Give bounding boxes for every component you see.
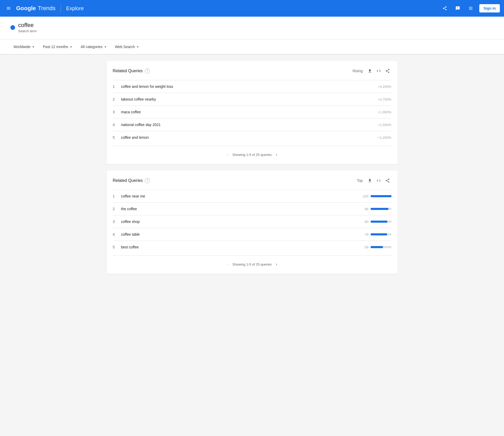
- bar-fill: [371, 233, 387, 235]
- query-text: coffee shop: [121, 220, 352, 224]
- query-row[interactable]: 4 coffee table 79: [113, 228, 391, 241]
- query-value: 86: [361, 207, 369, 211]
- search-type-dropdown-arrow: ▼: [136, 45, 139, 48]
- query-text: coffee and lemon: [121, 135, 374, 140]
- query-value: +1,900%: [378, 110, 391, 114]
- top-share-button[interactable]: [384, 177, 391, 184]
- query-row[interactable]: 1 coffee and lemon for weight loss +4,20…: [113, 80, 391, 93]
- rising-query-list: 1 coffee and lemon for weight loss +4,20…: [113, 80, 391, 144]
- rising-card-actions: Rising: [353, 67, 391, 75]
- query-rank: 4: [113, 232, 121, 236]
- rising-next-button[interactable]: ›: [274, 151, 279, 158]
- search-type-filter[interactable]: Web Search ▼: [112, 43, 142, 51]
- top-mode-label: Top: [357, 179, 363, 183]
- rising-pagination: ‹ Showing 1-5 of 25 queries ›: [113, 146, 391, 158]
- rising-prev-button[interactable]: ‹: [225, 151, 230, 158]
- logo-divider: [61, 4, 61, 12]
- query-row[interactable]: 5 best coffee 59: [113, 241, 391, 253]
- rising-help-icon[interactable]: ?: [145, 68, 150, 74]
- top-prev-button[interactable]: ‹: [225, 261, 230, 268]
- query-rank: 4: [113, 123, 121, 127]
- query-text: takeout coffee nearby: [121, 97, 374, 101]
- search-term-text: coffee: [18, 22, 37, 29]
- query-text: coffee table: [121, 232, 352, 236]
- top-download-button[interactable]: [366, 177, 374, 184]
- top-card-title: Related Queries: [113, 178, 143, 183]
- logo-trends: Trends: [38, 5, 56, 12]
- location-filter[interactable]: Worldwide ▼: [10, 43, 38, 51]
- app-header: Google Trends Explore Sign in: [0, 0, 504, 17]
- query-bar-area: 86: [352, 207, 391, 211]
- search-term-container: coffee Search term: [0, 17, 504, 39]
- bar-container: [371, 246, 391, 248]
- query-rank: 1: [113, 194, 121, 198]
- rising-card-title-area: Related Queries ?: [113, 68, 150, 74]
- query-bar-area: 80: [352, 220, 391, 224]
- query-text: the coffee: [121, 207, 352, 211]
- bar-fill: [371, 246, 383, 248]
- top-pagination-text: Showing 1-5 of 25 queries: [232, 262, 272, 266]
- header-actions: Sign in: [440, 4, 500, 13]
- query-value: 100: [361, 194, 369, 198]
- time-range-filter[interactable]: Past 12 months ▼: [40, 43, 75, 51]
- bar-container: [371, 233, 391, 235]
- time-dropdown-arrow: ▼: [70, 45, 72, 48]
- query-value: +1,200%: [378, 136, 391, 140]
- share-icon-button[interactable]: [440, 4, 449, 13]
- bar-container: [371, 221, 391, 223]
- query-rank: 5: [113, 135, 121, 140]
- query-row[interactable]: 5 coffee and lemon +1,200%: [113, 131, 391, 144]
- top-help-icon[interactable]: ?: [145, 178, 150, 183]
- query-text: national coffee day 2021: [121, 123, 374, 127]
- feedback-icon-button[interactable]: [453, 4, 462, 13]
- rising-pagination-text: Showing 1-5 of 25 queries: [232, 153, 272, 157]
- query-value: +2,750%: [378, 97, 391, 101]
- sign-in-button[interactable]: Sign in: [479, 4, 500, 12]
- query-text: coffee and lemon for weight loss: [121, 84, 374, 89]
- rising-download-button[interactable]: [366, 67, 374, 75]
- top-embed-button[interactable]: [375, 177, 383, 184]
- query-row[interactable]: 2 the coffee 86: [113, 202, 391, 215]
- top-card-actions: Top: [357, 177, 391, 184]
- query-value: 80: [361, 220, 369, 224]
- rising-card-header: Related Queries ? Rising: [113, 67, 391, 75]
- query-rank: 3: [113, 220, 121, 224]
- query-rank: 3: [113, 110, 121, 114]
- query-row[interactable]: 4 national coffee day 2021 +1,550%: [113, 118, 391, 131]
- bar-fill: [371, 221, 387, 223]
- query-rank: 2: [113, 207, 121, 211]
- query-text: maca coffee: [121, 110, 374, 114]
- top-pagination: ‹ Showing 1-5 of 25 queries ›: [113, 255, 391, 268]
- explore-label: Explore: [66, 5, 84, 11]
- query-bar-area: 100: [352, 194, 391, 198]
- query-value: 79: [361, 233, 369, 236]
- top-queries-card: Related Queries ? Top 1 coffee near me: [107, 170, 398, 274]
- bar-container: [371, 208, 391, 210]
- bar-fill: [371, 195, 391, 197]
- location-dropdown-arrow: ▼: [32, 45, 35, 48]
- query-rank: 2: [113, 97, 121, 101]
- query-row[interactable]: 2 takeout coffee nearby +2,750%: [113, 93, 391, 105]
- top-card-header: Related Queries ? Top: [113, 177, 391, 184]
- top-next-button[interactable]: ›: [274, 261, 279, 268]
- top-query-list: 1 coffee near me 100 2 the coffee 86 3 c…: [113, 190, 391, 253]
- query-value: 59: [361, 245, 369, 249]
- query-row[interactable]: 1 coffee near me 100: [113, 190, 391, 202]
- category-filter[interactable]: All categories ▼: [77, 43, 110, 51]
- query-rank: 5: [113, 245, 121, 249]
- main-content: Related Queries ? Rising 1 coffee and le…: [96, 55, 408, 286]
- rising-card-title: Related Queries: [113, 69, 143, 73]
- query-row[interactable]: 3 maca coffee +1,900%: [113, 105, 391, 118]
- query-value: +4,200%: [378, 85, 391, 89]
- logo-google: Google: [16, 5, 36, 12]
- rising-embed-button[interactable]: [375, 67, 383, 75]
- query-bar-area: 59: [352, 245, 391, 249]
- apps-icon-button[interactable]: [466, 4, 475, 13]
- app-logo: Google Trends: [16, 5, 55, 12]
- query-row[interactable]: 3 coffee shop 80: [113, 215, 391, 228]
- menu-button[interactable]: [4, 4, 13, 13]
- query-text: coffee near me: [121, 194, 352, 198]
- bar-fill: [371, 208, 389, 210]
- rising-share-button[interactable]: [384, 67, 391, 75]
- query-text: best coffee: [121, 245, 352, 249]
